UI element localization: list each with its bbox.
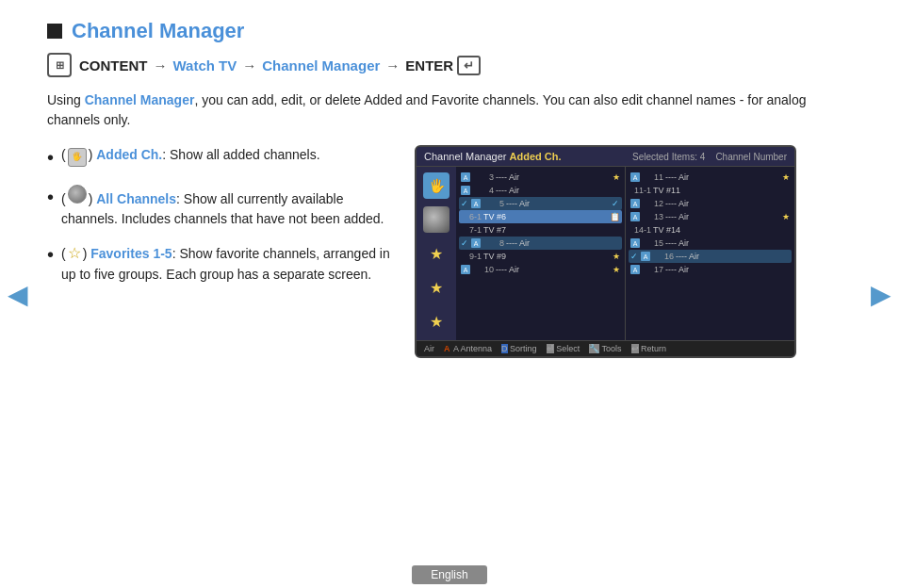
tv-ch-row-17[interactable]: A 17 ---- Air [629,263,792,276]
ch-name-5: ---- Air [506,199,610,208]
nav-arrow-2: → [242,57,256,74]
nav-watch-tv: Watch TV [173,57,237,74]
tv-ch-row-14[interactable]: 14-1 TV #14 [629,223,792,237]
ch-check-16: ✓ [630,252,638,261]
nav-enter-label: ENTER [405,57,453,74]
all-channels-icon [68,185,87,204]
tv-ch-row-5[interactable]: ✓ A 5 ---- Air ✓ [459,197,622,210]
tv-sidebar-all[interactable] [423,206,450,233]
ch-badge-10: A [461,265,470,274]
nav-right-arrow[interactable]: ▶ [871,279,891,310]
ch-badge-4: A [461,186,470,195]
ch-badge-3: A [461,172,470,182]
tv-ch-row-15[interactable]: A 15 ---- Air [629,237,792,250]
nav-channel-manager: Channel Manager [262,57,380,74]
tv-selected-items: Selected Items: 4 Channel Number [632,152,787,162]
tv-ch-row-12[interactable]: A 12 ---- Air [629,197,792,210]
all-channels-label: All Channels [96,191,176,206]
bullet-dot-2: • [47,183,54,211]
ch-badge-13: A [630,212,640,221]
ch-name-11-1: TV #11 [653,186,790,195]
ch-num-12: 12 [643,199,663,208]
section-square [47,24,62,39]
ch-star-3: ★ [613,172,620,182]
ch-badge-8: A [471,238,481,248]
tv-sidebar-fav1[interactable]: ★ [423,240,450,267]
ch-num-8: 8 [483,238,504,248]
ch-check2-5: ✓ [612,199,619,208]
language-label: English [412,565,486,584]
tv-ch-row-16[interactable]: ✓ A 16 ---- Air [629,250,792,263]
tv-footer-sorting[interactable]: D Sorting [501,344,537,353]
ch-num-17: 17 [643,265,663,274]
bullet-dot-1: • [47,143,54,172]
tv-ch-row-11[interactable]: A 11 ---- Air ★ [629,171,792,184]
nav-arrow-3: → [385,57,400,74]
d-key: D [501,344,508,353]
tv-sidebar-fav2[interactable]: ★ [423,274,450,301]
tv-screen: Channel Manager Added Ch. Selected Items… [415,145,796,358]
tv-ch-row-8[interactable]: ✓ A 8 ---- Air [459,237,622,250]
right-column: Channel Manager Added Ch. Selected Items… [415,145,852,358]
tv-body: 🖐 ★ ★ ★ A 3 ---- Air ★ [417,167,794,340]
tv-ch-row-7[interactable]: 7-1 TV #7 [459,223,622,237]
tv-footer-antenna: A A Antenna [444,344,492,353]
ch-badge-15: A [630,238,640,248]
ch-num-4: 4 [473,186,494,195]
tv-sidebar: 🖐 ★ ★ ★ [417,167,456,340]
tv-ch-row-3[interactable]: A 3 ---- Air ★ [459,171,622,184]
tv-footer-tools[interactable]: 🔧 Tools [589,344,621,353]
section-title: Channel Manager [72,19,244,43]
ch-name-13: ---- Air [665,212,778,221]
tv-sidebar-added[interactable]: 🖐 [423,172,450,199]
nav-left-arrow[interactable]: ◀ [8,279,28,310]
ch-num-13: 13 [643,212,663,221]
ch-name-10: ---- Air [496,265,609,274]
tv-ch-row-9[interactable]: 9-1 TV #9 ★ [459,250,622,263]
tv-header: Channel Manager Added Ch. Selected Items… [417,147,794,167]
e-key: ⏎ [547,344,554,353]
tv-ch-row-13[interactable]: A 13 ---- Air ★ [629,210,792,223]
enter-icon: ↵ [457,56,481,75]
bullet-added-ch: • (🖐) Added Ch.: Show all added channels… [47,145,396,172]
tv-footer-select[interactable]: ⏎ Select [547,344,580,353]
tv-ch-row-10[interactable]: A 10 ---- Air ★ [459,263,622,276]
bullet-dot-3: • [47,240,54,269]
tv-footer-return[interactable]: ↩ Return [631,344,667,353]
tv-ch-row-4[interactable]: A 4 ---- Air [459,184,622,197]
bullet-text-3: (☆) Favorites 1-5: Show favorite channel… [61,242,396,285]
ch-num-10: 10 [473,265,494,274]
added-ch-label: Added Ch. [96,147,162,162]
ch-name-11: ---- Air [665,172,778,182]
ch-name-15: ---- Air [665,238,790,248]
tv-header-title: Channel Manager Added Ch. [424,151,562,162]
tv-ch-row-11-1[interactable]: 11-1 TV #11 [629,184,792,197]
ch-star-9: ★ [613,252,620,261]
highlight-channel-manager: Channel Manager [85,92,195,107]
ch-num-6: 6-1 [461,212,482,221]
language-bar: English [0,562,899,588]
ch-name-8: ---- Air [506,238,620,248]
body-description: Using Channel Manager, you can add, edit… [47,90,852,130]
ch-name-3: ---- Air [496,172,609,182]
tv-footer: Air A A Antenna D Sorting ⏎ Select 🔧 [417,340,794,356]
ch-num-5: 5 [483,199,504,208]
ch-name-6: TV #6 [483,212,606,221]
ch-name-7: TV #7 [483,225,620,235]
left-column: • (🖐) Added Ch.: Show all added channels… [47,145,396,358]
ch-num-16: 16 [653,252,674,261]
ch-star-13: ★ [782,212,790,221]
ch-num-7: 7-1 [461,225,482,235]
ch-check-8: ✓ [461,238,468,248]
ch-check-5: ✓ [461,199,468,208]
bullet-text-2: () All Channels: Show all currently avai… [61,185,396,229]
tv-sidebar-fav3[interactable]: ★ [423,308,450,335]
ch-name-9: TV #9 [483,252,609,261]
ch-badge-11: A [630,172,640,182]
two-col-layout: • (🖐) Added Ch.: Show all added channels… [47,145,852,358]
tv-ch-row-6[interactable]: 6-1 TV #6 📋 [459,210,622,223]
section-header: Channel Manager [47,19,852,43]
ch-num-9: 9-1 [461,252,482,261]
nav-content-label: CONTENT [79,57,148,74]
content-icon: ⊞ [47,53,72,77]
